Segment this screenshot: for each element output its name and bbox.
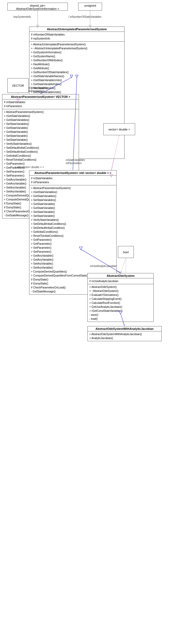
abstract-parameterised-std-title: AbstractParameterisedSystem< std::vector… — [29, 170, 116, 176]
abstract-ode-system-title: AbstractOdeSystem — [88, 273, 153, 278]
m-number-state-vars-label: / mNumberOfStateVariables — [68, 15, 101, 18]
mp-system-info-label: \mpSystemInfo — [13, 15, 31, 18]
vector-double-label: vector< double > — [108, 128, 130, 131]
diagram-container: shared_ptr< AbstractOdeSystemInformation… — [0, 0, 177, 644]
abstract-parameterised-vector-fields: # mStateVariables # mParameters — [2, 99, 79, 109]
unsigned-label: unsigned — [84, 4, 96, 7]
abstract-ode-analytic-title: AbstractOdeSystemWithAnalyticJacobian — [88, 326, 161, 331]
m-use-analytic-jacobian-label: mUseAnalyticJacobian — [90, 265, 117, 268]
m-parameters-label-1: mParameters — [29, 90, 45, 93]
bool-box: bool — [118, 246, 134, 258]
shared-ptr-box: shared_ptr< AbstractOdeSystemInformation… — [7, 3, 68, 11]
vector-label: VECTOR — [12, 84, 24, 87]
abstract-ode-system-box: AbstractOdeSystem # mUseAnalyticJacobian… — [87, 273, 154, 322]
vector-double-box: vector< double > — [103, 123, 135, 135]
shared-ptr-label: shared_ptr< AbstractOdeSystemInformation… — [16, 4, 59, 10]
vector-box: VECTOR — [7, 78, 29, 93]
state-vars-label-1: mStateVariables — [29, 86, 48, 89]
abstract-parameterised-vector-title: AbstractParameterisedSystem< VECTOR > — [2, 94, 79, 99]
abstract-ode-system-fields: # mUseAnalyticJacobian — [88, 278, 153, 284]
abstract-ode-system-methods: + AbstractOdeSystem() + ~AbstractOdeSyst… — [88, 284, 153, 322]
svg-line-30 — [121, 258, 126, 273]
abstract-untemplated-fields: # mNumberOfStateVariables # mpSystemInfo — [29, 32, 124, 42]
abstract-untemplated-title: AbstractUntemplatedParameterisedSystem — [29, 27, 124, 32]
std-vector-label: < std::vector< double > > — [15, 166, 44, 169]
abstract-ode-analytic-box: AbstractOdeSystemWithAnalyticJacobian + … — [87, 326, 162, 341]
bool-label: bool — [123, 251, 129, 254]
abstract-ode-analytic-methods: + AbstractOdeSystemWithAnalyticJacobian(… — [88, 331, 161, 341]
state-vars-label-2: mStateVariables — [66, 159, 85, 161]
m-parameters-label-2: mParameters — [66, 162, 82, 165]
unsigned-box: unsigned — [78, 3, 102, 11]
abstract-parameterised-std-fields: # mStateVariables # mParameters — [29, 176, 116, 185]
